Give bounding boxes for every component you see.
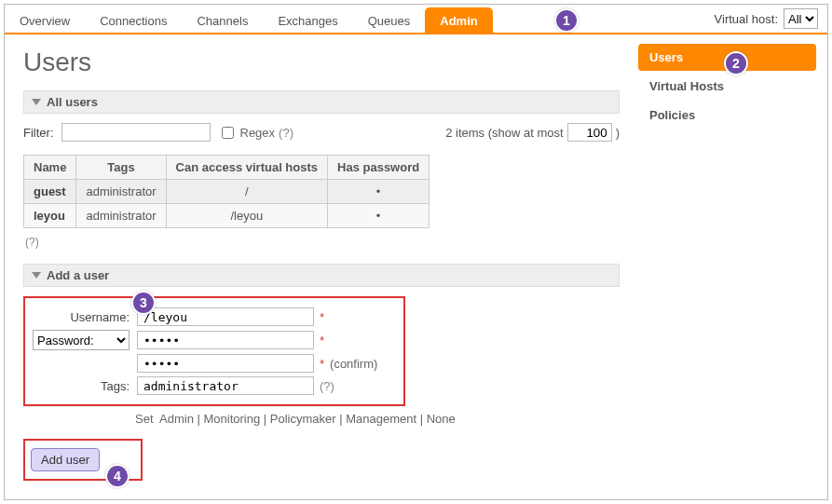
tag-presets: Set Admin | Monitoring | Policymaker | M…	[135, 412, 620, 426]
top-nav: Overview Connections Channels Exchanges …	[5, 5, 827, 34]
regex-label: Regex	[240, 126, 276, 140]
add-user-button[interactable]: Add user	[31, 448, 100, 471]
table-row[interactable]: guest administrator / •	[24, 180, 430, 204]
vhost-label: Virtual host:	[715, 12, 778, 26]
cell-haspw: •	[328, 204, 430, 228]
table-row[interactable]: leyou administrator /leyou •	[24, 204, 430, 228]
tags-input[interactable]	[137, 376, 314, 395]
tags-help-icon[interactable]: (?)	[320, 379, 334, 393]
nav-tabs: Overview Connections Channels Exchanges …	[5, 4, 493, 34]
vhost-select[interactable]: All	[784, 8, 818, 29]
required-mark: *	[320, 334, 324, 347]
tab-overview[interactable]: Overview	[5, 7, 85, 34]
users-table: Name Tags Can access virtual hosts Has p…	[23, 155, 430, 228]
required-mark: *	[320, 310, 324, 324]
items-count-close: )	[616, 126, 620, 140]
username-input[interactable]	[137, 307, 314, 326]
items-count-text: 2 items (show at most	[445, 126, 563, 140]
cell-tags: administrator	[76, 204, 166, 228]
cell-name: leyou	[24, 204, 76, 228]
preset-none[interactable]: None	[427, 412, 456, 426]
col-name[interactable]: Name	[24, 156, 76, 180]
section-add-user-label: Add a user	[47, 268, 109, 282]
col-tags[interactable]: Tags	[76, 156, 166, 180]
tab-exchanges[interactable]: Exchanges	[263, 7, 352, 34]
cell-vhosts: /	[166, 180, 327, 204]
tab-admin[interactable]: Admin	[425, 7, 492, 34]
col-haspw[interactable]: Has password	[328, 156, 430, 180]
section-all-users-label: All users	[47, 95, 98, 109]
cell-haspw: •	[328, 180, 430, 204]
preset-policymaker[interactable]: Policymaker	[270, 412, 336, 426]
collapse-icon	[32, 272, 41, 279]
tags-label: Tags:	[33, 379, 137, 393]
section-all-users[interactable]: All users	[23, 90, 620, 114]
cell-tags: administrator	[76, 180, 166, 204]
table-help-icon[interactable]: (?)	[25, 236, 620, 249]
callout-2: 2	[724, 51, 748, 75]
preset-management[interactable]: Management	[346, 412, 416, 426]
confirm-label: (confirm)	[330, 357, 377, 371]
collapse-icon	[32, 99, 41, 105]
filter-input[interactable]	[61, 123, 211, 142]
preset-admin[interactable]: Admin	[159, 412, 194, 426]
regex-checkbox[interactable]	[222, 127, 234, 139]
callout-3: 3	[131, 291, 156, 315]
callout-1: 1	[554, 8, 579, 33]
required-mark: *	[320, 357, 324, 371]
username-label: Username:	[33, 310, 137, 324]
password-mode-select[interactable]: Password:	[33, 330, 130, 350]
password-input[interactable]	[137, 331, 314, 349]
page-size-input[interactable]	[567, 123, 612, 142]
cell-vhosts: /leyou	[166, 204, 327, 228]
cell-name: guest	[24, 180, 76, 204]
page-title: Users	[23, 48, 620, 77]
filter-label: Filter:	[23, 126, 54, 140]
col-vhosts[interactable]: Can access virtual hosts	[166, 156, 327, 180]
sidebar-item-vhosts[interactable]: Virtual Hosts	[638, 73, 816, 100]
set-label: Set	[135, 412, 154, 426]
preset-monitoring[interactable]: Monitoring	[204, 412, 261, 426]
tab-connections[interactable]: Connections	[85, 7, 182, 34]
section-add-user[interactable]: Add a user	[23, 264, 620, 287]
regex-help-icon[interactable]: (?)	[279, 126, 293, 140]
admin-sidebar: Users Virtual Hosts Policies	[638, 34, 827, 130]
sidebar-item-policies[interactable]: Policies	[638, 102, 816, 129]
callout-4: 4	[105, 464, 130, 488]
add-user-form: Username: * Password: * *	[23, 296, 405, 406]
password-confirm-input[interactable]	[137, 354, 314, 373]
tab-queues[interactable]: Queues	[353, 7, 426, 34]
tab-channels[interactable]: Channels	[182, 7, 263, 34]
